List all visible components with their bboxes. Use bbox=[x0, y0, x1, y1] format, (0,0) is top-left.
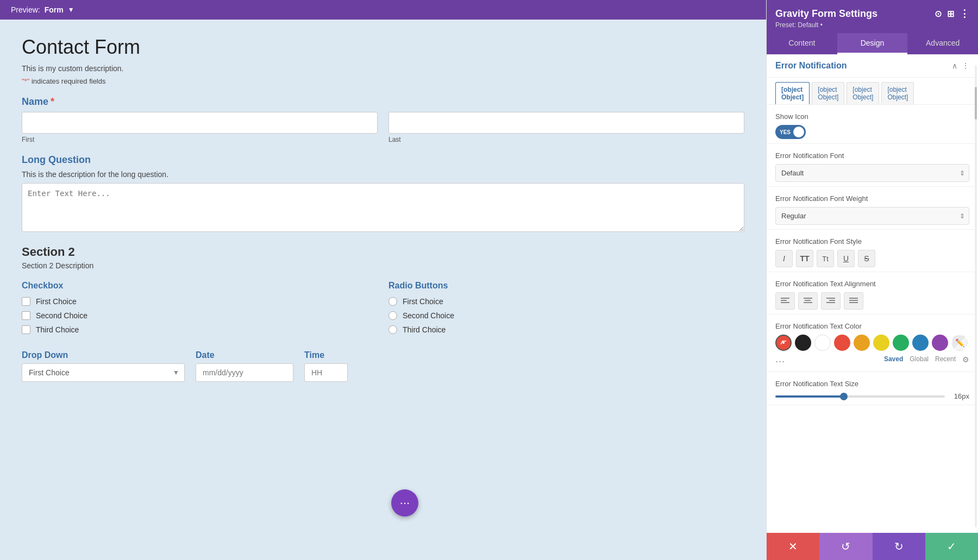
bottom-toolbar: ✕ ↺ ↻ ✓ bbox=[767, 533, 978, 560]
settings-title-text: Gravity Form Settings bbox=[775, 8, 877, 20]
color-palette: ✏️ bbox=[775, 335, 969, 351]
color-settings-icon[interactable]: ⚙ bbox=[962, 355, 969, 364]
text-alignment-field: Error Notification Text Alignment bbox=[767, 272, 978, 314]
size-row: 16px bbox=[775, 392, 969, 400]
align-right-btn[interactable] bbox=[821, 292, 841, 310]
color-swatch-blue[interactable] bbox=[912, 335, 929, 351]
tab-advanced[interactable]: Advanced bbox=[907, 33, 978, 54]
color-tabs: Saved Global Recent ⚙ bbox=[884, 355, 969, 367]
svg-rect-5 bbox=[805, 300, 811, 301]
font-style-tt2-btn[interactable]: Tt bbox=[817, 250, 834, 267]
color-swatch-purple[interactable] bbox=[932, 335, 948, 351]
color-swatch-red[interactable] bbox=[834, 335, 850, 351]
align-center-btn[interactable] bbox=[798, 292, 818, 310]
fab-button[interactable]: ··· bbox=[391, 489, 418, 517]
settings-header: Gravity Form Settings ⊙ ⊞ ⋮ Preset: Defa… bbox=[767, 0, 978, 33]
preview-form-name: Form bbox=[45, 5, 64, 14]
tab-content[interactable]: Content bbox=[767, 33, 837, 54]
save-button[interactable]: ✓ bbox=[925, 533, 978, 560]
section-more-icon[interactable]: ⋮ bbox=[962, 61, 969, 70]
color-swatch-white[interactable] bbox=[814, 335, 831, 351]
text-alignment-label: Error Notification Text Alignment bbox=[775, 280, 969, 288]
redo-button[interactable]: ↻ bbox=[873, 533, 925, 560]
long-question-label: Long Question bbox=[22, 154, 744, 166]
align-left-btn[interactable] bbox=[775, 292, 795, 310]
last-name-input[interactable] bbox=[388, 112, 744, 134]
show-icon-field: Show Icon YES bbox=[767, 105, 978, 144]
radio-choice-label-2: Second Choice bbox=[403, 311, 454, 320]
object-tab-4[interactable]: [objectObject] bbox=[881, 82, 914, 104]
font-select-wrap: Default ⇕ bbox=[775, 164, 969, 182]
checkbox-input-2[interactable] bbox=[22, 311, 30, 320]
error-notification-title: Error Notification bbox=[775, 61, 847, 71]
time-input[interactable] bbox=[304, 363, 348, 382]
preview-label: Preview: bbox=[11, 5, 40, 14]
cancel-button[interactable]: ✕ bbox=[767, 533, 819, 560]
long-question-textarea[interactable] bbox=[22, 183, 744, 232]
font-style-italic-btn[interactable]: I bbox=[775, 250, 793, 267]
date-label: Date bbox=[196, 350, 293, 360]
radio-input-3[interactable] bbox=[388, 325, 397, 334]
last-name-wrap: Last bbox=[388, 112, 744, 143]
settings-icon-more[interactable]: ⋮ bbox=[960, 8, 969, 20]
font-style-row: I TT Tt U S bbox=[775, 250, 969, 267]
cancel-icon: ✕ bbox=[788, 540, 798, 553]
show-icon-label: Show Icon bbox=[775, 112, 969, 121]
radio-choice-2: Second Choice bbox=[388, 311, 744, 320]
color-swatch-green[interactable] bbox=[893, 335, 909, 351]
date-input[interactable] bbox=[196, 363, 293, 382]
checkbox-choice-label-3: Third Choice bbox=[36, 325, 79, 334]
dropdown-group: Drop Down First Choice Second Choice Thi… bbox=[22, 350, 185, 382]
color-tab-saved[interactable]: Saved bbox=[884, 355, 903, 364]
color-swatch-active[interactable] bbox=[775, 335, 792, 351]
color-swatch-pencil[interactable]: ✏️ bbox=[951, 335, 968, 351]
svg-rect-2 bbox=[781, 302, 789, 303]
preview-bar: Preview: Form ▼ bbox=[0, 0, 766, 20]
object-tab-2[interactable]: [objectObject] bbox=[812, 82, 844, 104]
font-weight-select[interactable]: Regular bbox=[775, 207, 969, 225]
scroll-thumb bbox=[975, 87, 977, 119]
color-more-icon[interactable]: ··· bbox=[775, 356, 785, 367]
section-collapse-icon[interactable]: ∧ bbox=[952, 61, 957, 70]
dropdown-select[interactable]: First Choice Second Choice Third Choice bbox=[22, 363, 185, 382]
size-slider-track-wrap[interactable] bbox=[775, 395, 945, 398]
color-swatch-yellow[interactable] bbox=[873, 335, 889, 351]
object-tab-1[interactable]: [objectObject] bbox=[775, 82, 810, 104]
svg-rect-12 bbox=[849, 298, 858, 299]
align-justify-btn[interactable] bbox=[844, 292, 863, 310]
undo-button[interactable]: ↺ bbox=[819, 533, 872, 560]
first-name-input[interactable] bbox=[22, 112, 378, 134]
font-style-strikethrough-btn[interactable]: S bbox=[858, 250, 875, 267]
checkbox-input-3[interactable] bbox=[22, 325, 30, 334]
color-tab-global[interactable]: Global bbox=[910, 355, 929, 364]
color-swatch-orange[interactable] bbox=[854, 335, 870, 351]
form-title: Contact Form bbox=[22, 36, 744, 59]
settings-icon-target[interactable]: ⊙ bbox=[935, 9, 942, 19]
toggle-yes-label: YES bbox=[780, 129, 791, 135]
first-name-wrap: First bbox=[22, 112, 378, 143]
bottom-fields-row: Drop Down First Choice Second Choice Thi… bbox=[22, 350, 744, 382]
font-weight-field: Error Notification Font Weight Regular ⇕ bbox=[767, 187, 978, 230]
long-question-section: Long Question This is the description fo… bbox=[22, 154, 744, 234]
error-notification-section: Error Notification ∧ ⋮ bbox=[767, 54, 978, 78]
show-icon-toggle[interactable]: YES bbox=[775, 125, 806, 139]
radio-input-2[interactable] bbox=[388, 311, 397, 320]
object-tab-3[interactable]: [objectObject] bbox=[847, 82, 879, 104]
size-slider-thumb[interactable] bbox=[840, 393, 848, 400]
font-style-underline-btn[interactable]: U bbox=[837, 250, 855, 267]
section2-title: Section 2 bbox=[22, 245, 744, 259]
checkbox-choice-label-1: First Choice bbox=[36, 297, 77, 306]
preview-dropdown-icon[interactable]: ▼ bbox=[68, 6, 74, 14]
dropdown-wrap: First Choice Second Choice Third Choice … bbox=[22, 363, 185, 382]
tab-design[interactable]: Design bbox=[837, 33, 908, 54]
color-swatch-black[interactable] bbox=[795, 335, 811, 351]
svg-rect-14 bbox=[849, 302, 858, 303]
svg-rect-10 bbox=[826, 302, 835, 303]
time-label: Time bbox=[304, 350, 348, 360]
color-tab-recent[interactable]: Recent bbox=[935, 355, 956, 364]
settings-icon-grid[interactable]: ⊞ bbox=[947, 9, 954, 19]
checkbox-input-1[interactable] bbox=[22, 297, 30, 306]
radio-input-1[interactable] bbox=[388, 297, 397, 306]
font-select[interactable]: Default bbox=[775, 164, 969, 182]
font-style-tt-btn[interactable]: TT bbox=[796, 250, 813, 267]
